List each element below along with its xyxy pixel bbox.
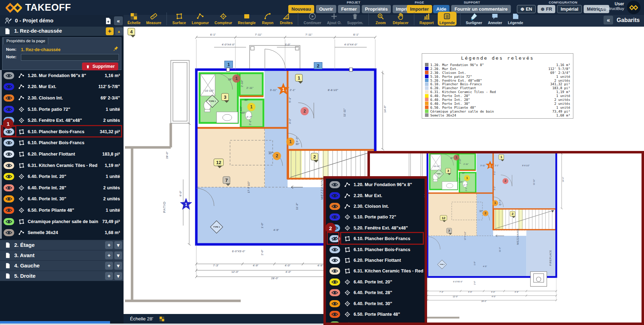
eye-icon[interactable] — [4, 106, 14, 113]
tool-compteur[interactable]: Compteur — [213, 12, 234, 26]
add-page-button[interactable] — [104, 16, 113, 25]
tool-rectangle[interactable]: Rectangle — [236, 12, 257, 26]
overlay-measure-row[interactable]: 6.20. Plancher Flottant183,8 pi² — [326, 255, 427, 266]
add-measure-button[interactable]: + — [105, 262, 113, 270]
overlay-measure-row[interactable]: 2.30. Cloison Int.69' 2-3/4" — [326, 201, 427, 212]
tag-marker[interactable]: 3 — [446, 168, 451, 173]
expand-page-button[interactable]: ▾ — [114, 241, 122, 249]
wall-tag[interactable]: 1 — [224, 61, 233, 68]
measure-row[interactable]: 6.50. Porte Pliante 48"1 unité — [0, 205, 124, 216]
tag-marker[interactable]: 7 — [447, 228, 452, 233]
measure-row[interactable]: Céramique plancher salle de bain73,49 pi… — [0, 216, 124, 227]
eye-icon[interactable] — [329, 181, 340, 188]
overlay-measure-row[interactable]: 5.10. Porte patio 72"1 unité — [326, 212, 427, 222]
tag-marker[interactable]: 1 — [498, 155, 504, 160]
eye-icon[interactable] — [329, 257, 340, 264]
eye-icon[interactable] — [329, 278, 340, 286]
user-avatar[interactable] — [627, 1, 640, 14]
add-measure-button[interactable]: + — [105, 251, 113, 259]
measure-row[interactable]: 5.20. Fenêtre Ext. 48"x48"2 unités — [0, 115, 124, 126]
add-measure-button[interactable]: + — [106, 27, 114, 35]
count-marker[interactable]: 2 — [273, 152, 281, 160]
pin-icon[interactable] — [113, 45, 119, 52]
eye-icon[interactable] — [4, 218, 14, 225]
count-marker[interactable]: 2 — [301, 107, 309, 115]
tag-marker[interactable]: 2 — [510, 211, 515, 216]
tag-marker[interactable]: 4 — [127, 28, 135, 36]
count-marker[interactable]: 1 — [233, 75, 241, 83]
eye-icon[interactable] — [4, 195, 14, 202]
count-marker[interactable]: 1 — [247, 103, 256, 111]
add-measure-button[interactable]: + — [105, 272, 113, 280]
tool-droites[interactable]: Droites — [278, 12, 294, 26]
expand-page-button[interactable]: ▾ — [114, 262, 122, 270]
eye-icon[interactable] — [4, 207, 14, 214]
measure-row[interactable]: 5.10. Porte patio 72"1 unité — [0, 104, 124, 115]
measure-row[interactable]: 6.10. Plancher Bois-Francs341,32 pi² — [0, 126, 124, 137]
imperial-button[interactable]: Impérial — [557, 5, 582, 13]
eye-icon[interactable] — [329, 246, 340, 253]
note-input[interactable] — [21, 54, 119, 61]
tool-legende-note[interactable]: Légende — [506, 12, 525, 26]
count-marker[interactable]: 1 — [453, 155, 459, 161]
sidebar-bottom-scrollbar[interactable] — [0, 321, 110, 324]
sidebar-page-avant[interactable]: 3. Avant+▾ — [0, 250, 124, 260]
tag-marker[interactable]: 7 — [223, 177, 230, 184]
count-marker[interactable]: 1 — [492, 200, 498, 206]
eye-icon[interactable] — [329, 203, 340, 210]
tool-supprimer[interactable]: Supprim. — [345, 12, 365, 26]
tool-zoom[interactable]: Zoom — [372, 12, 389, 26]
tool-measure[interactable]: Measure — [144, 12, 163, 26]
eye-icon[interactable] — [329, 213, 340, 221]
measure-row[interactable]: 2.20. Mur Ext.112' 5-7/8" — [0, 81, 124, 93]
tool-rayon[interactable]: Rayon — [260, 12, 276, 26]
eye-icon[interactable] — [4, 72, 14, 79]
measure-row[interactable]: 6.10. Plancher Bois-Francs — [0, 137, 124, 149]
gabarits-label[interactable]: Gabarits — [617, 17, 640, 23]
gabarits-collapse-button[interactable]: « — [604, 16, 613, 25]
overlay-measure-row[interactable]: 1.20. Mur Fondation 96"x 8"1,16 m³ — [326, 179, 427, 190]
count-marker[interactable]: 1 — [464, 175, 470, 181]
delete-page-button[interactable]: Supprimer — [82, 63, 118, 70]
tag-marker[interactable]: 12 — [440, 215, 447, 221]
tag-marker[interactable]: 3 — [221, 93, 229, 101]
count-marker[interactable]: 2 — [502, 178, 508, 184]
eye-off-icon[interactable] — [329, 235, 340, 242]
tool-longueur[interactable]: Longueur — [190, 12, 211, 26]
eye-icon[interactable] — [4, 162, 14, 169]
overlay-measure-row[interactable]: 2.20. Mur Ext.112' 5-7/8" — [326, 190, 427, 201]
eye-icon[interactable] — [4, 94, 14, 102]
tag-marker[interactable]: 1 — [295, 74, 302, 82]
overlay-measure-row[interactable]: 6.10. Plancher Bois-Francs341,32 pi² — [326, 233, 427, 244]
tool-rapport[interactable]: Rapport — [418, 12, 436, 26]
tool-deplacer[interactable]: Déplacer — [391, 12, 410, 26]
sidebar-page-etage[interactable]: 2. Étage+▾ — [0, 240, 124, 250]
eye-icon[interactable] — [4, 229, 14, 236]
eye-icon[interactable] — [4, 184, 14, 191]
tag-marker[interactable]: 2 — [311, 153, 318, 161]
eye-icon[interactable] — [4, 151, 14, 158]
tool-ajout[interactable]: Ajout O. — [325, 12, 343, 26]
collapse-sidebar-button[interactable]: « — [114, 16, 123, 25]
add-measure-button[interactable]: + — [105, 241, 113, 249]
measure-row[interactable]: 6.40. Porte Int. 20"1 unité — [0, 171, 124, 182]
count-marker[interactable]: 1 — [286, 138, 295, 146]
eye-icon[interactable] — [4, 139, 14, 146]
sidebar-page-droite[interactable]: 5. Droite+▾ — [0, 271, 124, 281]
eye-icon[interactable] — [329, 192, 340, 199]
tool-continuer[interactable]: Continuer — [302, 12, 323, 26]
overlay-measure-row[interactable]: 6.10. Plancher Bois-Francs — [326, 244, 427, 255]
eye-icon[interactable] — [329, 321, 340, 325]
tool-annoter[interactable]: Annoter — [486, 12, 504, 26]
measure-row[interactable]: 6.31. Kitchen Ceramic Tiles - Red1,19 m³ — [0, 160, 124, 171]
nom-value[interactable]: 1. Rez-de-chaussée — [21, 47, 60, 52]
eye-icon[interactable] — [329, 289, 340, 296]
overlay-measure-row[interactable]: 6.40. Porte Int. 30"2 unités — [326, 298, 427, 309]
expand-page-button[interactable]: ▾ — [114, 251, 122, 259]
eye-icon[interactable] — [329, 300, 340, 307]
collapse-page-button[interactable]: ▴ — [115, 27, 123, 35]
overlay-measure-row[interactable]: 5.20. Fenêtre Ext. 48"x48"2 unités — [326, 223, 427, 233]
measure-row[interactable]: 6.40. Porte Int. 30"2 unités — [0, 194, 124, 205]
eye-icon[interactable] — [4, 173, 14, 180]
eye-icon[interactable] — [4, 128, 14, 135]
